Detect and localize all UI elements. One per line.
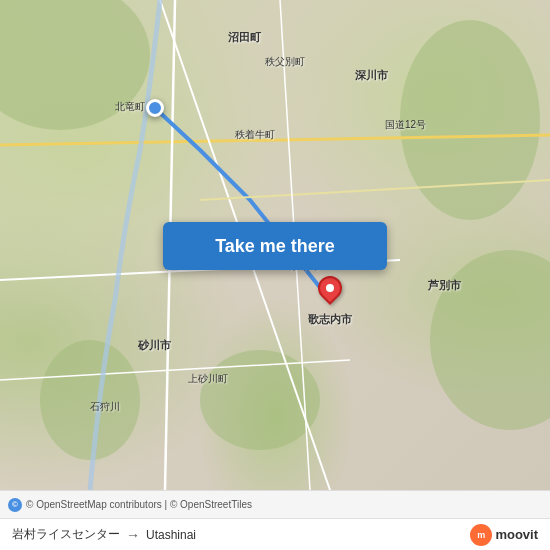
pin-head <box>313 271 347 305</box>
take-me-there-button[interactable]: Take me there <box>163 222 387 270</box>
footer-bar: 岩村ライスセンター → Utashinai m moovit <box>0 518 550 550</box>
moovit-logo: m moovit <box>470 524 538 546</box>
pin-inner <box>326 284 334 292</box>
label-秩着牛町: 秩着牛町 <box>235 128 275 142</box>
moovit-icon: m <box>470 524 492 546</box>
label-上砂川町: 上砂川町 <box>188 372 228 386</box>
label-秩父別町: 秩父別町 <box>265 55 305 69</box>
label-歌志内市: 歌志内市 <box>308 312 352 327</box>
terrain-area <box>200 350 320 450</box>
label-砂川市: 砂川市 <box>138 338 171 353</box>
attribution-bar: © © OpenStreetMap contributors | © OpenS… <box>0 490 550 518</box>
label-北竜町: 北竜町 <box>115 100 145 114</box>
destination-marker <box>318 276 342 300</box>
direction-arrow: → <box>126 527 140 543</box>
label-沼田町: 沼田町 <box>228 30 261 45</box>
label-石狩川: 石狩川 <box>90 400 120 414</box>
label-国道12号: 国道12号 <box>385 118 426 132</box>
moovit-text: moovit <box>495 527 538 542</box>
map-container: 沼田町 秩父別町 深川市 北竜町 秩着牛町 国道12号 滝川市 赤平市 歌志内市… <box>0 0 550 490</box>
attribution-text: © OpenStreetMap contributors | © OpenStr… <box>26 499 252 510</box>
to-location: Utashinai <box>146 528 196 542</box>
origin-marker <box>146 99 164 117</box>
from-location: 岩村ライスセンター <box>12 526 120 543</box>
osm-logo: © <box>8 498 22 512</box>
label-芦別市: 芦別市 <box>428 278 461 293</box>
label-深川市: 深川市 <box>355 68 388 83</box>
